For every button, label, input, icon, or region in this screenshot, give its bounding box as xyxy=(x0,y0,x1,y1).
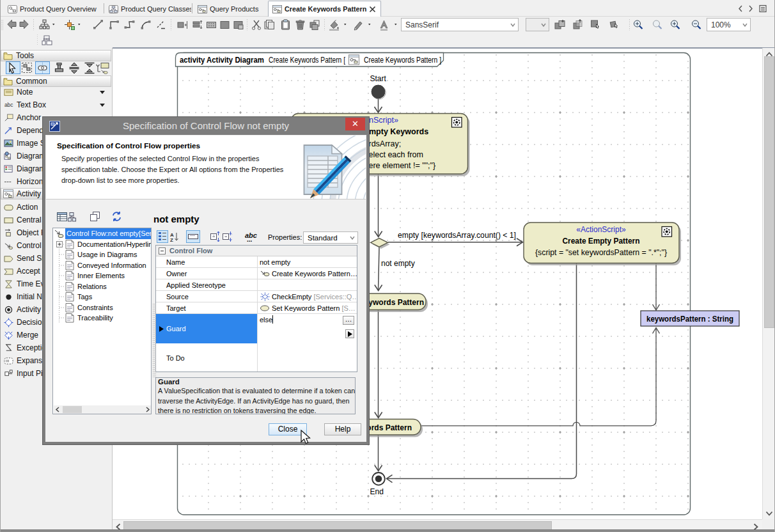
svg-text:Create Empty Pattern: Create Empty Pattern xyxy=(563,237,640,246)
svg-text:Z: Z xyxy=(170,237,173,243)
svg-text:elect each from: elect each from xyxy=(369,150,423,159)
svg-text:keywordsPattern : String: keywordsPattern : String xyxy=(646,315,733,324)
svg-text:ere element != "";"}: ere element != "";"} xyxy=(369,161,436,170)
svg-text:abc: abc xyxy=(4,102,13,108)
svg-text:Create Keywords Pattern [: Create Keywords Pattern [ xyxy=(269,56,346,65)
svg-text:Start: Start xyxy=(370,74,387,83)
svg-text:«ActionScript»: «ActionScript» xyxy=(576,225,626,234)
svg-text:activity Activity Diagram: activity Activity Diagram xyxy=(180,56,264,65)
svg-text:empty [keywordsArray.count() <: empty [keywordsArray.count() < 1] xyxy=(398,231,516,240)
svg-text:not empty: not empty xyxy=(381,259,415,268)
svg-text:nScript»: nScript» xyxy=(369,116,398,125)
svg-text:...: ... xyxy=(247,236,253,243)
svg-text:End: End xyxy=(370,487,384,496)
svg-text:rdsArray;: rdsArray; xyxy=(369,139,402,148)
svg-text:Create Keywords Pattern ]: Create Keywords Pattern ] xyxy=(364,56,441,65)
svg-text:{script = "set keywordsPattern: {script = "set keywordsPattern = ".*";"} xyxy=(535,248,667,257)
svg-text:mpty Keywords: mpty Keywords xyxy=(369,127,428,136)
